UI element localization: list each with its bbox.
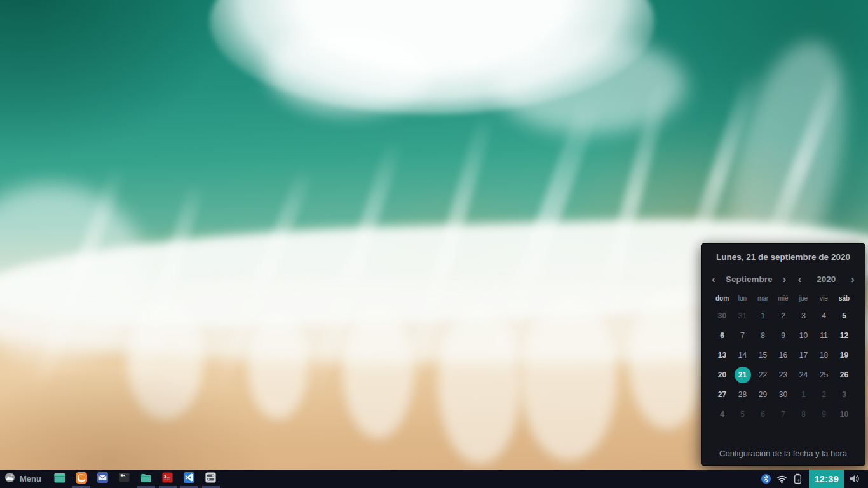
year-selector: ‹ 2020 › (797, 274, 856, 284)
foam-finger (343, 305, 413, 438)
day-cell[interactable]: 23 (773, 365, 794, 384)
datetime-settings-link[interactable]: Configuración de la fecha y la hora (702, 449, 865, 458)
day-cell[interactable]: 24 (794, 365, 814, 384)
day-cell[interactable]: 3 (834, 384, 855, 404)
system-tray: 12:39 (758, 470, 868, 488)
day-cell[interactable]: 14 (733, 345, 753, 365)
launcher-firefox[interactable] (71, 470, 92, 488)
weekday-label: jue (794, 295, 814, 302)
day-cell[interactable]: 4 (814, 306, 834, 325)
launcher-root-terminal[interactable] (157, 470, 179, 488)
weekday-header-row: domlunmarmiéjueviesáb (702, 295, 865, 302)
calendar-popup: Lunes, 21 de septiembre de 2020 ‹ Septie… (701, 243, 865, 466)
vscode-icon (183, 471, 195, 486)
day-cell[interactable]: 15 (753, 345, 773, 365)
day-cell[interactable]: 2 (773, 306, 794, 325)
day-cell[interactable]: 30 (773, 384, 794, 404)
day-cell[interactable]: 5 (834, 306, 855, 325)
firefox-icon (75, 471, 88, 487)
foam-finger (438, 305, 521, 464)
month-label[interactable]: Septiembre (726, 274, 773, 284)
day-cell[interactable]: 4 (712, 404, 733, 424)
day-cell[interactable]: 9 (773, 325, 794, 345)
launcher-terminal[interactable] (114, 470, 135, 488)
launcher-vscode[interactable] (179, 470, 200, 488)
battery-icon[interactable] (790, 473, 806, 484)
launcher-bar (49, 470, 222, 488)
files-icon (140, 471, 153, 487)
day-cell[interactable]: 7 (773, 404, 794, 424)
wave-foam-lump (267, 25, 432, 114)
day-cell[interactable]: 13 (712, 345, 733, 365)
weekday-label: mié (773, 295, 794, 302)
day-cell[interactable]: 6 (753, 404, 773, 424)
day-cell[interactable]: 1 (794, 384, 814, 404)
next-month-button[interactable]: › (782, 275, 788, 284)
weekday-label: mar (753, 295, 773, 302)
prev-month-button[interactable]: ‹ (710, 275, 717, 284)
day-cell[interactable]: 17 (794, 345, 814, 365)
show-desktop-icon (53, 471, 66, 487)
day-cell[interactable]: 9 (814, 404, 834, 424)
day-cell[interactable]: 1 (753, 306, 773, 325)
clock[interactable]: 12:39 (809, 470, 844, 488)
day-cell[interactable]: 20 (712, 365, 733, 384)
menu-button[interactable]: Menu (0, 470, 49, 488)
day-cell[interactable]: 26 (834, 365, 855, 384)
terminal-icon (118, 471, 130, 486)
day-cell[interactable]: 30 (712, 306, 733, 325)
day-cell[interactable]: 8 (753, 325, 773, 345)
weekday-label: lun (733, 295, 753, 302)
day-cell[interactable]: 6 (712, 325, 733, 345)
volume-icon[interactable] (847, 474, 863, 484)
day-cell[interactable]: 10 (794, 325, 814, 345)
bottom-panel: Menu (0, 470, 868, 488)
prev-year-button[interactable]: ‹ (797, 275, 803, 284)
day-cell[interactable]: 29 (753, 384, 773, 404)
weekday-label: sáb (834, 295, 855, 302)
day-cell[interactable]: 31 (733, 306, 753, 325)
month-selector: ‹ Septiembre › (710, 274, 788, 284)
calendar-navigation: ‹ Septiembre › ‹ 2020 › (710, 274, 856, 284)
day-cell[interactable]: 22 (753, 365, 773, 384)
weekday-label: dom (712, 295, 733, 302)
network-icon[interactable] (774, 475, 790, 484)
weekday-label: vie (814, 295, 834, 302)
desktop: Lunes, 21 de septiembre de 2020 ‹ Septie… (0, 0, 868, 488)
day-cell[interactable]: 2 (814, 384, 834, 404)
toggles-app-icon (205, 471, 217, 486)
launcher-toggles-app[interactable] (200, 470, 222, 488)
launcher-files[interactable] (135, 470, 157, 488)
day-cell[interactable]: 25 (814, 365, 834, 384)
calendar-grid: 3031123456789101112131415161718192021222… (702, 306, 865, 424)
day-cell[interactable]: 19 (834, 345, 855, 365)
day-cell[interactable]: 27 (712, 384, 733, 404)
bluetooth-icon[interactable] (758, 473, 774, 484)
menu-label: Menu (20, 474, 41, 484)
day-cell[interactable]: 18 (814, 345, 834, 365)
foam-finger (521, 299, 616, 461)
day-cell[interactable]: 12 (834, 325, 855, 345)
day-cell-selected[interactable]: 21 (733, 365, 753, 384)
day-cell[interactable]: 16 (773, 345, 794, 365)
day-cell[interactable]: 3 (794, 306, 814, 325)
day-cell[interactable]: 10 (834, 404, 855, 424)
distro-logo-icon (4, 472, 15, 485)
day-cell[interactable]: 7 (733, 325, 753, 345)
year-label[interactable]: 2020 (817, 274, 836, 284)
next-year-button[interactable]: › (850, 275, 856, 284)
day-cell[interactable]: 5 (733, 404, 753, 424)
day-cell[interactable]: 28 (733, 384, 753, 404)
day-cell[interactable]: 8 (794, 404, 814, 424)
day-cell[interactable]: 11 (814, 325, 834, 345)
launcher-show-desktop[interactable] (49, 470, 71, 488)
calendar-date-title: Lunes, 21 de septiembre de 2020 (702, 252, 865, 262)
mail-icon (97, 471, 109, 486)
launcher-mail[interactable] (92, 470, 114, 488)
root-terminal-icon (161, 471, 173, 486)
